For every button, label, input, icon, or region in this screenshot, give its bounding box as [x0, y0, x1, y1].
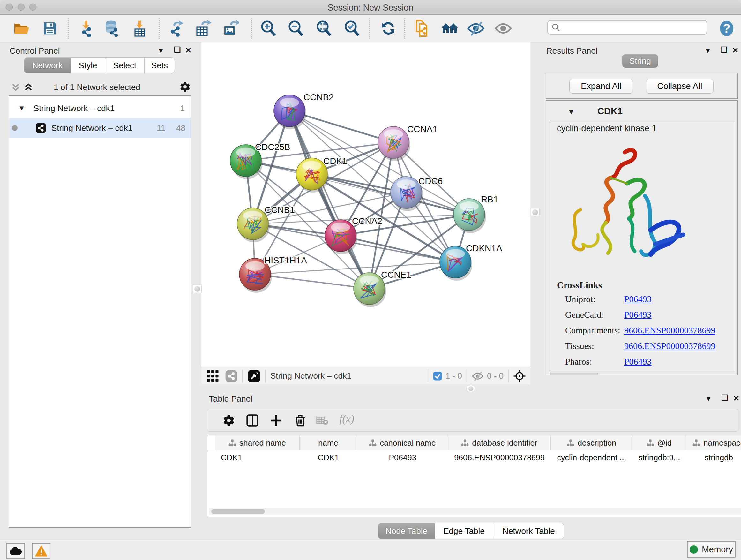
network-options-gear-icon[interactable] — [179, 81, 191, 92]
memory-ok-dot-icon — [690, 545, 698, 554]
add-column-plus-icon[interactable] — [270, 414, 282, 427]
cell-database-identifier[interactable]: 9606.ENSP00000378699 — [448, 450, 551, 465]
control-panel-float-icon[interactable]: ❑ — [174, 45, 181, 54]
column-header-description[interactable]: description — [551, 435, 632, 450]
search-input[interactable] — [547, 20, 707, 35]
tab-network-table[interactable]: Network Table — [493, 523, 564, 539]
warning-status-button[interactable] — [32, 543, 51, 559]
results-panel-close-icon[interactable]: ✕ — [732, 46, 738, 55]
cell-description[interactable]: cyclin-dependent ... — [551, 450, 632, 465]
network-row[interactable]: String Network – cdk1 11 48 — [9, 118, 191, 138]
crosslink-value-link[interactable]: P06493 — [624, 294, 652, 304]
control-panel: Control Panel ▾ ❑ ✕ Network Style Select… — [0, 42, 191, 531]
column-header--id[interactable]: @id — [632, 435, 686, 450]
tab-style[interactable]: Style — [71, 57, 105, 73]
crosslink-value-link[interactable]: 9606.ENSP00000378699 — [624, 325, 715, 335]
export-table-button[interactable] — [194, 19, 212, 38]
network-node-CCNA1[interactable] — [378, 126, 410, 161]
table-horizontal-scrollbar[interactable] — [209, 508, 741, 515]
export-network-button[interactable] — [167, 19, 186, 38]
cell-namespace[interactable]: stringdb — [686, 450, 741, 465]
network-view-title: String Network – cdk1 — [270, 371, 351, 381]
network-view-share-icon[interactable] — [225, 370, 238, 382]
save-floppy-icon — [43, 21, 57, 36]
cell-name[interactable]: CDK1 — [300, 450, 357, 465]
collapse-all-chevron-icon[interactable] — [23, 82, 33, 92]
table-options-gear-icon[interactable] — [222, 414, 235, 427]
zoom-fit-icon — [316, 20, 332, 37]
toolbar-separator — [68, 18, 69, 39]
hidden-eye-slash-icon[interactable] — [472, 371, 484, 381]
save-session-button[interactable] — [41, 19, 59, 38]
hide-selected-button[interactable] — [467, 19, 485, 38]
cell-canonical-name[interactable]: P06493 — [357, 450, 448, 465]
collection-expand-arrow-icon[interactable]: ▼ — [18, 104, 25, 112]
zoom-fit-button[interactable] — [315, 19, 333, 38]
tab-edge-table[interactable]: Edge Table — [435, 523, 493, 539]
table-toolbar: f(x) — [207, 409, 738, 432]
grid-view-icon[interactable] — [206, 370, 219, 382]
column-header-canonical-name[interactable]: canonical name — [357, 435, 448, 450]
bottom-splitter-handle[interactable] — [466, 385, 475, 392]
control-panel-title: Control Panel — [10, 46, 60, 56]
tab-string[interactable]: String — [622, 54, 658, 68]
crosslink-value-link[interactable]: P06493 — [624, 357, 652, 367]
cell-shared-name[interactable]: CDK1 — [215, 450, 300, 465]
open-session-button[interactable] — [13, 19, 31, 38]
memory-button[interactable]: Memory — [687, 541, 736, 558]
left-splitter-handle[interactable] — [193, 285, 202, 293]
birds-eye-view-icon[interactable] — [247, 369, 261, 383]
network-list-header: 1 of 1 Network selected — [11, 80, 183, 95]
zoom-out-button[interactable] — [286, 19, 305, 38]
string-home-button[interactable] — [441, 19, 459, 38]
collapse-all-button[interactable]: Collapse All — [646, 79, 714, 94]
crosslink-value-link[interactable]: 9606.ENSP00000378699 — [624, 341, 715, 351]
table-panel-close-icon[interactable]: ✕ — [733, 394, 739, 403]
refresh-layout-button[interactable] — [379, 19, 398, 38]
column-header-shared-name[interactable]: shared name — [215, 435, 300, 450]
gene-collapse-arrow-icon[interactable]: ▼ — [567, 107, 575, 116]
tab-network[interactable]: Network — [24, 57, 71, 73]
zoom-in-button[interactable] — [259, 19, 278, 38]
export-image-button[interactable] — [221, 19, 240, 38]
scrollbar-thumb[interactable] — [211, 509, 265, 514]
column-header-database-identifier[interactable]: database identifier — [448, 435, 551, 450]
network-graph[interactable]: CCNB2CCNA1CDC25BCDK1CDC6RB1CCNB1CCNA2CDK… — [201, 42, 530, 367]
network-collection-row[interactable]: ▼ String Network – cdk1 1 — [9, 98, 191, 118]
column-header-name[interactable]: name — [300, 435, 357, 450]
table-panel-float-icon[interactable]: ❑ — [722, 393, 729, 402]
cell--id[interactable]: stringdb:9... — [632, 450, 686, 465]
tab-node-table[interactable]: Node Table — [378, 523, 435, 539]
help-button[interactable]: ? — [718, 19, 736, 38]
split-columns-icon[interactable] — [246, 414, 259, 427]
table-panel-menu-icon[interactable]: ▾ — [706, 394, 711, 403]
results-panel-float-icon[interactable]: ❑ — [721, 45, 728, 54]
zoom-selected-button[interactable] — [343, 19, 361, 38]
import-table-button[interactable] — [130, 19, 149, 38]
import-network-database-button[interactable] — [103, 19, 121, 38]
crosshair-icon[interactable] — [513, 370, 526, 382]
control-panel-menu-icon[interactable]: ▾ — [159, 46, 163, 55]
control-panel-close-icon[interactable]: ✕ — [185, 46, 192, 55]
delete-column-trash-icon[interactable] — [294, 414, 307, 427]
tab-sets[interactable]: Sets — [145, 57, 175, 73]
crosslink-label: Compartments: — [565, 325, 624, 335]
tab-select[interactable]: Select — [105, 57, 145, 73]
expand-all-chevron-icon[interactable] — [11, 82, 20, 92]
show-all-button[interactable] — [494, 19, 513, 38]
selected-checkbox-icon[interactable] — [433, 371, 442, 381]
network-view-toolbar: String Network – cdk1 1 - 0 0 - 0 — [201, 367, 530, 384]
right-splitter-handle[interactable] — [531, 208, 540, 216]
results-horizontal-scrollbar[interactable] — [550, 373, 598, 375]
crosslink-value-link[interactable]: P06493 — [624, 310, 652, 320]
network-view-canvas[interactable]: CCNB2CCNA1CDC25BCDK1CDC6RB1CCNB1CCNA2CDK… — [201, 42, 530, 367]
clone-network-button[interactable] — [413, 19, 431, 38]
expand-all-button[interactable]: Expand All — [569, 79, 633, 94]
cloud-status-button[interactable] — [6, 543, 25, 559]
results-panel-menu-icon[interactable]: ▾ — [706, 46, 710, 55]
column-header-namespace[interactable]: namespace — [686, 435, 741, 450]
node-label-CCNE1: CCNE1 — [381, 270, 411, 280]
network-label: String Network – cdk1 — [51, 123, 132, 133]
import-network-file-button[interactable] — [77, 19, 95, 38]
crosslink-label: Uniprot: — [565, 294, 624, 304]
